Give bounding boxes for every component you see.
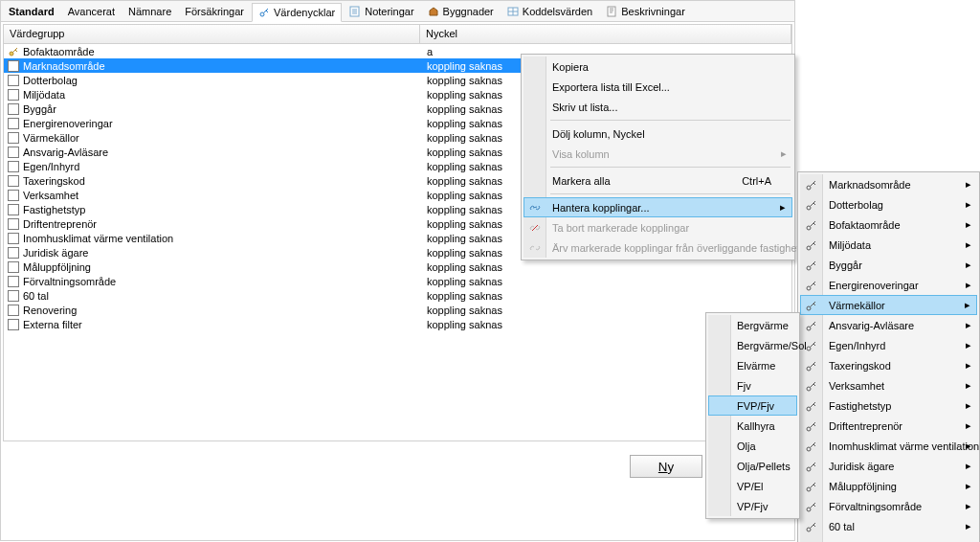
menu-kopiera[interactable]: Kopiera	[523, 56, 792, 77]
menu-arv-kopplingar: Ärv markerade kopplingar från överliggan…	[523, 237, 792, 258]
menu-hantera-kopplingar[interactable]: Hantera kopplingar...▸	[523, 197, 792, 217]
submenu-value-item[interactable]: Elvärme	[708, 355, 797, 375]
checkbox[interactable]	[8, 60, 19, 72]
tab-försäkringar[interactable]: Försäkringar	[179, 2, 250, 21]
checkbox[interactable]	[8, 147, 19, 158]
key-icon	[804, 177, 819, 192]
submenu-value-item[interactable]: FVP/Fjv	[708, 395, 797, 416]
cell-nyckel: koppling saknas	[421, 276, 791, 287]
submenu-group-item[interactable]: Förvaltningsområde▸	[800, 496, 977, 516]
checkbox[interactable]	[8, 204, 19, 215]
menu-exportera[interactable]: Exportera lista till Excel...	[523, 77, 792, 97]
menu-label: Bergvärme	[737, 320, 789, 331]
submenu-group-item[interactable]: Egen/Inhyrd▸	[800, 335, 977, 355]
tab-koddelsvärden[interactable]: Koddelsvärden	[501, 2, 598, 21]
submenu-group-item[interactable]: Inomhusklimat värme ventilation▸	[800, 436, 977, 456]
table-row[interactable]: Måluppföljningkoppling saknas	[4, 260, 791, 274]
submenu-group-item[interactable]: Taxeringskod▸	[800, 355, 977, 375]
table-row[interactable]: Externa filterkoppling saknas	[4, 317, 791, 331]
submenu-value-item[interactable]: VP/El	[708, 476, 797, 496]
submenu-groups[interactable]: Marknadsområde▸Dotterbolag▸Bofaktaområde…	[797, 171, 980, 542]
row-label: Bofaktaområde	[23, 46, 95, 57]
submenu-group-item[interactable]: Juridisk ägare▸	[800, 456, 977, 476]
submenu-values[interactable]: BergvärmeBergvärme/SolElvärmeFjvFVP/FjvK…	[705, 312, 800, 519]
column-header-vardegrupp[interactable]: Värdegrupp	[4, 25, 420, 43]
submenu-value-item[interactable]: Fjv	[708, 375, 797, 395]
menu-markera-alla[interactable]: Markera allaCtrl+A	[523, 170, 792, 191]
tab-beskrivningar[interactable]: Beskrivningar	[600, 2, 691, 21]
checkbox[interactable]	[8, 132, 19, 144]
submenu-group-item[interactable]: Dotterbolag▸	[800, 194, 977, 215]
tab-noteringar[interactable]: Noteringar	[344, 2, 419, 21]
submenu-value-item[interactable]: Olja/Pellets	[708, 456, 797, 476]
svg-point-22	[807, 226, 811, 230]
submenu-group-item[interactable]: 60 tal▸	[800, 516, 977, 536]
submenu-group-item[interactable]: Bofaktaområde▸	[800, 215, 977, 235]
submenu-group-item[interactable]: Energirenoveringar▸	[800, 275, 977, 295]
submenu-group-item[interactable]: Fastighetstyp▸	[800, 395, 977, 416]
cell-vardegrupp: Externa filter	[4, 319, 421, 330]
svg-line-39	[813, 324, 815, 326]
table-row[interactable]: Renoveringkoppling saknas	[4, 303, 791, 317]
checkbox[interactable]	[8, 247, 19, 259]
checkbox[interactable]	[8, 305, 19, 316]
submenu-group-item[interactable]: Verksamhet▸	[800, 375, 977, 395]
submenu-group-item[interactable]: Värmekällor▸	[800, 295, 977, 315]
submenu-value-item[interactable]: VP/Fjv	[708, 496, 797, 516]
cell-vardegrupp: Energirenoveringar	[4, 118, 421, 129]
column-header-nyckel[interactable]: Nyckel	[420, 25, 791, 43]
context-menu[interactable]: Kopiera Exportera lista till Excel... Sk…	[521, 54, 795, 260]
tab-nämnare[interactable]: Nämnare	[122, 2, 177, 21]
new-button[interactable]: Ny	[630, 455, 702, 478]
submenu-group-item[interactable]: Driftentreprenör▸	[800, 416, 977, 436]
checkbox[interactable]	[8, 118, 19, 129]
link-manage-icon	[527, 200, 543, 215]
cell-vardegrupp: 60 tal	[4, 290, 421, 302]
tab-label: Standard	[9, 6, 55, 17]
chevron-right-icon: ▸	[966, 259, 971, 271]
tab-standard[interactable]: Standard	[3, 2, 60, 21]
checkbox[interactable]	[8, 190, 19, 201]
checkbox[interactable]	[8, 218, 19, 230]
table-row[interactable]: Förvaltningsområdekoppling saknas	[4, 274, 791, 288]
checkbox[interactable]	[8, 233, 19, 244]
menu-label: Marknadsområde	[829, 179, 911, 191]
submenu-value-item[interactable]: Bergvärme/Sol	[708, 335, 797, 355]
chevron-right-icon: ▸	[780, 201, 786, 214]
menu-label: Miljödata	[829, 239, 871, 251]
submenu-value-item[interactable]: Olja	[708, 436, 797, 456]
checkbox[interactable]	[8, 290, 19, 302]
checkbox[interactable]	[8, 319, 19, 330]
menu-skriv[interactable]: Skriv ut lista...	[523, 97, 792, 117]
submenu-group-item[interactable]: Ansvarig-Avläsare▸	[800, 315, 977, 335]
key-icon	[804, 479, 819, 494]
tab-avancerat[interactable]: Avancerat	[62, 2, 121, 21]
key-icon	[804, 539, 819, 543]
checkbox[interactable]	[8, 103, 19, 115]
checkbox[interactable]	[8, 261, 19, 273]
cell-vardegrupp: Fastighetstyp	[4, 204, 421, 215]
svg-point-55	[807, 447, 811, 451]
submenu-group-item[interactable]: Byggår▸	[800, 255, 977, 275]
submenu-value-item[interactable]: Kallhyra	[708, 416, 797, 436]
submenu-value-item[interactable]: Bergvärme	[708, 315, 797, 335]
tab-byggnader[interactable]: Byggnader	[422, 2, 500, 21]
checkbox[interactable]	[8, 161, 19, 172]
row-label: Marknadsområde	[23, 60, 105, 72]
checkbox[interactable]	[8, 276, 19, 287]
svg-line-15	[532, 225, 538, 231]
menu-label: Dotterbolag	[829, 199, 883, 211]
menu-dolj-kolumn[interactable]: Dölj kolumn, Nyckel	[523, 124, 792, 144]
checkbox[interactable]	[8, 89, 19, 101]
row-label: Ansvarig-Avläsare	[23, 147, 108, 158]
checkbox[interactable]	[8, 175, 19, 187]
submenu-group-item[interactable]: Marknadsområde▸	[800, 174, 977, 194]
checkbox[interactable]	[8, 75, 19, 86]
submenu-group-item[interactable]: Renovering▸	[800, 536, 977, 542]
menu-label: Förvaltningsområde	[829, 501, 922, 512]
table-row[interactable]: 60 talkoppling saknas	[4, 288, 791, 303]
svg-line-42	[813, 344, 815, 346]
tab-värdenycklar[interactable]: Värdenycklar	[252, 3, 342, 22]
submenu-group-item[interactable]: Miljödata▸	[800, 235, 977, 255]
submenu-group-item[interactable]: Måluppföljning▸	[800, 476, 977, 496]
